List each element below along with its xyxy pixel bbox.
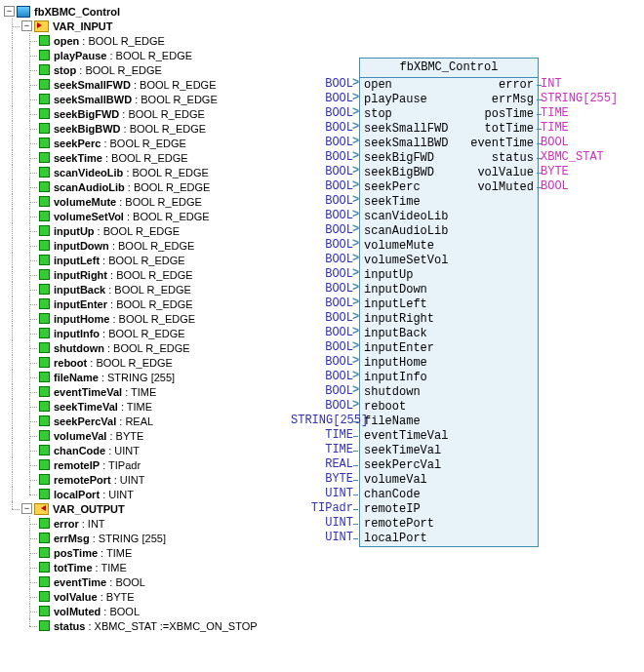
edge-arrow-icon: > [352,222,359,237]
tree-var[interactable]: open : BOOL R_EDGE [4,33,644,48]
fb-row: inputInfo [364,371,534,385]
fb-input-type: STRING[255] [291,414,353,428]
pin-line [353,538,358,539]
tree-var[interactable]: playPause : BOOL R_EDGE [4,48,644,62]
fb-row: playPauseerrMsg [364,93,534,107]
edge-arrow-icon: > [352,383,359,398]
var-label: open : BOOL R_EDGE [54,35,165,47]
fb-input-name: inputDown [364,283,427,297]
fb-input-type: REAL [291,457,353,472]
var-label: inputHome : BOOL R_EDGE [54,313,195,325]
fb-input-type: BYTE [291,472,353,487]
var-icon [39,576,50,587]
var-icon [39,606,50,616]
var-label: reboot : BOOL R_EDGE [54,357,173,369]
tree-var[interactable]: volValue : BYTE [4,589,644,604]
var-icon [39,547,50,558]
fb-input-name: playPause [364,93,427,107]
section-label: VAR_OUTPUT [53,503,125,515]
pin-line [353,451,358,452]
var-icon [39,152,50,163]
var-label: volMuted : BOOL [54,606,140,617]
var-icon [39,620,50,631]
fb-input-type: BOOL [291,355,353,370]
tree-var[interactable]: totTime : TIME [4,560,644,574]
var-label: seekBigBWD : BOOL R_EDGE [54,123,206,135]
fb-output-type: INT [541,77,562,92]
edge-arrow-icon: > [352,266,359,281]
pin-line [353,509,358,510]
collapse-icon[interactable]: − [21,503,32,514]
var-label: status : XBMC_STAT :=XBMC_ON_STOP [54,620,258,632]
edge-arrow-icon: > [352,237,359,252]
var-label: inputUp : BOOL R_EDGE [54,225,180,237]
fb-row: seekPercVal [364,458,534,473]
fb-input-name: seekBigBWD [364,166,434,180]
var-icon [39,167,50,178]
fb-row: volumeSetVol [364,254,534,268]
fb-input-name: inputUp [364,268,413,283]
fb-row: eventTimeVal [364,429,534,444]
fb-input-type: BOOL [291,150,353,165]
var-label: posTime : TIME [54,547,132,559]
fb-input-name: remotePort [364,517,434,532]
fb-row: inputBack [364,327,534,341]
var-icon [39,518,50,529]
tree-var-input[interactable]: − VAR_INPUT [4,19,644,33]
var-label: inputLeft : BOOL R_EDGE [54,255,185,266]
fb-input-type: BOOL [291,165,353,179]
fb-row: seekTimeVal [364,444,534,458]
var-label: volValue : BYTE [54,591,135,603]
edge-arrow-icon: > [352,105,359,120]
fb-input-name: stop [364,107,392,122]
fb-input-type: TIME [291,428,353,443]
fb-output-name: status [492,151,534,166]
var-icon [39,415,50,426]
fb-output-name: posTime [485,107,534,122]
edge-arrow-icon: > [352,208,359,222]
fb-input-name: inputRight [364,312,434,327]
tree-var[interactable]: posTime : TIME [4,545,644,560]
tree-root[interactable]: − fbXBMC_Control [4,4,644,19]
fb-input-name: seekSmallBWD [364,137,448,151]
fb-row: scanAudioLib [364,224,534,239]
fb-row: scanVideoLib [364,210,534,224]
pin-line [537,158,542,159]
var-label: seekPerc : BOOL R_EDGE [54,138,186,149]
edge-arrow-icon: > [352,252,359,266]
tree-var[interactable]: eventTime : BOOL [4,574,644,589]
var-icon [39,35,50,46]
var-icon [39,342,50,353]
collapse-icon[interactable]: − [21,20,32,31]
var-label: errMsg : STRING [255] [54,533,166,544]
pin-line [537,99,542,100]
tree-var[interactable]: volMuted : BOOL [4,604,644,618]
fb-row: shutdown [364,385,534,400]
tree-var[interactable]: status : XBMC_STAT :=XBMC_ON_STOP [4,618,644,633]
var-icon [39,386,50,397]
edge-arrow-icon: > [352,310,359,325]
pin-line [353,524,358,525]
fb-input-type: BOOL [291,209,353,223]
var-label: inputInfo : BOOL R_EDGE [54,328,185,339]
edge-arrow-icon: > [352,149,359,164]
fb-output-name: error [499,78,534,93]
tree-var[interactable]: stop : BOOL R_EDGE [4,62,644,77]
fb-input-type: BOOL [291,282,353,296]
collapse-icon[interactable]: − [4,6,15,17]
var-label: inputEnter : BOOL R_EDGE [54,298,193,310]
fb-row: seekBigFWDstatus [364,151,534,166]
var-label: shutdown : BOOL R_EDGE [54,342,190,354]
fb-input-name: volumeVal [364,473,427,488]
pin-line [537,114,542,115]
fb-input-type: BOOL [291,92,353,106]
var-label: error : INT [54,518,105,530]
fb-row: inputDown [364,283,534,297]
var-label: playPause : BOOL R_EDGE [54,50,192,61]
fb-input-type: BOOL [291,267,353,282]
fb-row: openerror [364,78,534,93]
fb-row: stopposTime [364,107,534,122]
fb-input-type: BOOL [291,179,353,194]
var-label: chanCode : UINT [54,445,140,456]
var-icon [39,474,50,485]
